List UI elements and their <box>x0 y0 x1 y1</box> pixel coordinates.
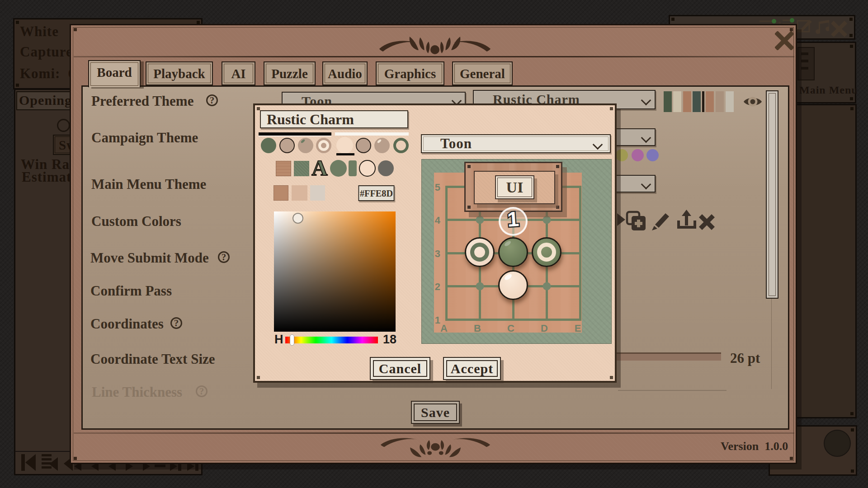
svg-text:E: E <box>575 323 581 333</box>
svg-text:2: 2 <box>435 281 440 292</box>
svg-text:C: C <box>507 323 514 333</box>
svg-text:D: D <box>541 323 548 333</box>
svg-text:A: A <box>440 323 448 333</box>
svg-text:B: B <box>474 323 481 333</box>
svg-text:1: 1 <box>435 314 440 326</box>
svg-text:3: 3 <box>435 248 440 259</box>
svg-text:4: 4 <box>435 215 441 226</box>
svg-text:1: 1 <box>506 207 519 231</box>
svg-text:5: 5 <box>435 182 440 193</box>
